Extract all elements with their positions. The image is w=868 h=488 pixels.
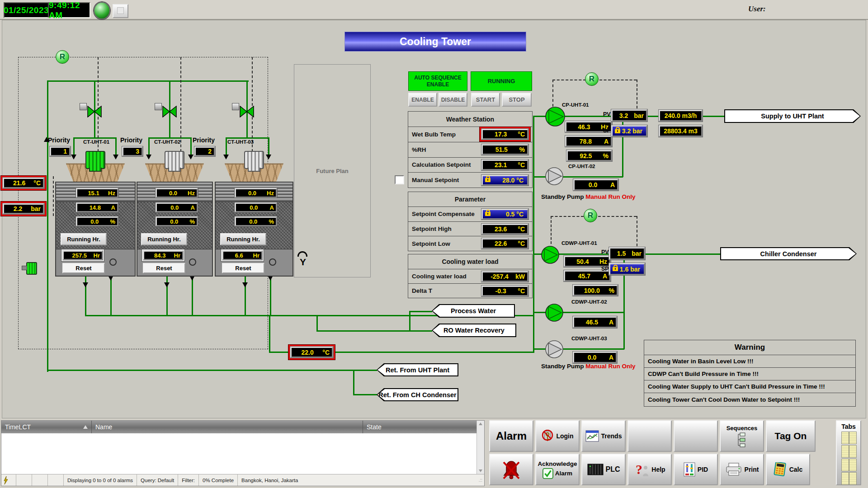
start-button[interactable]: START xyxy=(471,93,500,107)
lock-icon xyxy=(613,267,618,271)
running-hours-label[interactable]: Running Hr. xyxy=(141,233,187,245)
valve-icon[interactable] xyxy=(87,106,102,117)
tower-name: CT-UHT-02 xyxy=(154,139,180,145)
tower3-amp-display: 0.0A xyxy=(235,202,277,212)
pump-cdwp-uht-02-running[interactable] xyxy=(544,303,564,323)
tab-thumbnail[interactable] xyxy=(841,445,849,458)
drain-port xyxy=(189,258,196,266)
pipe-segment xyxy=(409,311,410,331)
reset-indicator[interactable]: R xyxy=(56,50,69,64)
cdwp1-sp-entry[interactable]: 1.6 bar xyxy=(609,263,645,275)
topbar-square-button[interactable] xyxy=(113,4,128,18)
running-hours-label[interactable]: Running Hr. xyxy=(61,233,107,245)
tab-thumbnail[interactable] xyxy=(849,472,857,485)
alarm-list-body[interactable] xyxy=(1,433,477,474)
row-label: Wet Bulb Temp xyxy=(408,131,456,138)
valve-icon[interactable] xyxy=(162,106,177,117)
cdwp2-amp-display: 46.5A xyxy=(573,316,617,328)
enable-button[interactable]: ENABLE xyxy=(408,93,437,107)
resize-grip[interactable]: .:: xyxy=(479,478,484,483)
warning-item: Cooling Water Supply to UHT Can't Build … xyxy=(644,380,855,393)
reset-button[interactable]: Reset xyxy=(62,263,105,273)
signal-dashed-line xyxy=(552,80,553,107)
rh-display: 51.5% xyxy=(481,144,528,155)
nav-silence-alarm-button[interactable] xyxy=(489,454,533,485)
nav-login-button[interactable]: Login xyxy=(535,420,580,452)
nav-tagon-button[interactable]: Tag On xyxy=(766,420,816,452)
fan-motor-stopped-icon[interactable] xyxy=(165,151,184,169)
sort-ascending-icon xyxy=(83,425,88,429)
scroll-down-icon[interactable] xyxy=(479,469,482,472)
status-empty-cell xyxy=(48,474,64,486)
warning-panel: Warning Cooling Water in Basin Level Low… xyxy=(644,340,856,407)
pid-faceplate-icon xyxy=(684,462,695,477)
alarm-column-time[interactable]: TimeLCT xyxy=(1,421,92,433)
tab-thumbnail[interactable] xyxy=(849,445,857,458)
priority-label: Priority xyxy=(48,136,70,144)
reset-indicator[interactable]: R xyxy=(585,72,599,86)
setpoint-compensate-entry[interactable]: 0.5 °C xyxy=(481,209,528,220)
pump-cp-uht-02-standby[interactable] xyxy=(544,166,564,186)
alarm-column-name[interactable]: Name xyxy=(92,421,363,433)
fan-motor-stopped-icon[interactable] xyxy=(244,151,264,169)
alarm-nodes-status: Bangkok, Hanoi, Jakarta xyxy=(238,474,302,486)
nav-help-button[interactable]: ? Help xyxy=(627,454,672,485)
pump-cdwp-uht-03-standby[interactable] xyxy=(544,339,564,359)
valve-icon[interactable] xyxy=(240,106,254,117)
nav-print-button[interactable]: Print xyxy=(720,454,764,485)
makeup-pump-icon[interactable] xyxy=(26,262,37,275)
warning-title: Warning xyxy=(644,340,855,355)
scroll-up-icon[interactable] xyxy=(479,422,482,425)
tab-thumbnail[interactable] xyxy=(849,432,857,444)
nav-tabs-panel[interactable]: Tabs xyxy=(836,420,861,485)
help-icon: ? xyxy=(634,462,649,477)
login-icon xyxy=(541,430,554,442)
signal-dashed-line xyxy=(180,57,181,152)
priority-value-3: 2 xyxy=(194,146,215,156)
nav-trends-button[interactable]: Trends xyxy=(581,420,626,452)
nav-calc-button[interactable]: Calc xyxy=(766,454,810,485)
signal-dashed-line xyxy=(637,216,637,246)
alarm-bell-silence-icon xyxy=(501,459,522,480)
tab-thumbnail[interactable] xyxy=(841,472,849,485)
weather-row: Wet Bulb Temp 17.3°C xyxy=(408,127,532,142)
page-title: Cooling Tower xyxy=(344,32,526,52)
pump-cdwp-uht-01-running[interactable] xyxy=(540,245,560,265)
trends-icon xyxy=(585,430,599,442)
tab-thumbnail[interactable] xyxy=(841,432,849,444)
manual-setpoint-checkbox[interactable] xyxy=(395,175,404,184)
reset-button[interactable]: Reset xyxy=(143,263,185,273)
manual-setpoint-entry[interactable]: 28.0 °C xyxy=(481,175,528,186)
disable-button[interactable]: DISABLE xyxy=(439,93,467,107)
time-display: 9:49:12 AM xyxy=(48,2,90,18)
reset-button[interactable]: Reset xyxy=(222,263,264,273)
reset-indicator[interactable]: R xyxy=(584,209,597,222)
nav-sequences-button[interactable]: Sequences xyxy=(720,420,764,452)
row-label: Cooling water load xyxy=(408,273,467,280)
alarm-filter-status: Filter: xyxy=(178,474,199,486)
supply-totalizer-display: 28803.4 m3 xyxy=(659,125,703,137)
nav-acknowledge-alarm-button[interactable]: Acknowledge Alarm xyxy=(535,454,580,485)
signal-dashed-line xyxy=(551,216,584,217)
nav-alarm-button[interactable]: Alarm xyxy=(489,420,533,452)
fan-motor-running-icon[interactable] xyxy=(85,151,105,169)
acknowledge-check-icon xyxy=(542,468,553,479)
tower1-amp-display: 14.8A xyxy=(76,202,118,212)
tab-thumbnail[interactable] xyxy=(841,459,849,471)
svg-text:?: ? xyxy=(636,462,642,477)
signal-dashed-line xyxy=(98,57,99,152)
parameter-row: Setpoint High 23.6°C xyxy=(408,222,532,237)
nav-plc-button[interactable]: PLC xyxy=(581,454,626,485)
delta-t-display: -0.3°C xyxy=(481,286,528,296)
alarm-column-state[interactable]: State xyxy=(363,421,477,433)
tab-thumbnail[interactable] xyxy=(849,459,857,471)
pump-cp-uht-01-running[interactable] xyxy=(544,106,566,127)
alarm-scrollbar[interactable] xyxy=(476,421,484,474)
nav-pid-button[interactable]: PID xyxy=(674,454,718,485)
stop-button[interactable]: STOP xyxy=(502,93,532,107)
cp1-sp-entry[interactable]: 3.2 bar xyxy=(611,125,647,137)
cdwp3-amp-display: 0.0A xyxy=(573,352,617,363)
return-temp-display: 21.6°C xyxy=(3,178,44,188)
weather-row: %RH 51.5% xyxy=(408,142,532,158)
running-hours-label[interactable]: Running Hr. xyxy=(220,233,266,245)
